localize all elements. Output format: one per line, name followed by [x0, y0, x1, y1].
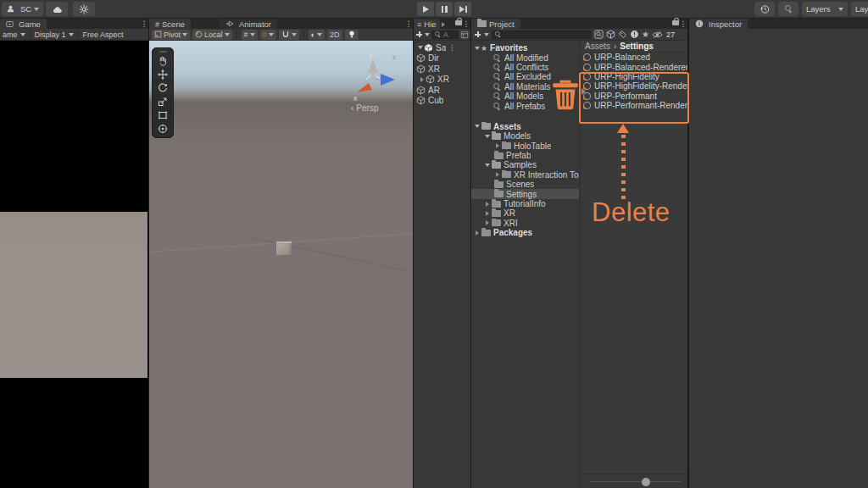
step-button[interactable] [454, 2, 471, 16]
game-menu-kebab-icon[interactable] [140, 19, 148, 29]
project-tree-item[interactable]: Assets [471, 122, 579, 131]
local-dropdown[interactable]: Local [192, 30, 232, 40]
expand-arrow-icon[interactable] [493, 171, 501, 179]
asset-file-row[interactable]: URP-Balanced [581, 53, 687, 62]
expand-arrow-icon[interactable] [493, 142, 501, 150]
project-tree-item[interactable]: XRI [471, 219, 579, 228]
game-view[interactable] [0, 41, 148, 488]
favorite-item[interactable]: All Modified [471, 53, 579, 62]
collapse-arrow-icon[interactable] [416, 44, 424, 52]
layout-label: Lay [855, 4, 868, 14]
collapse-arrow-icon[interactable] [473, 44, 481, 52]
project-tree-item[interactable]: Scenes [471, 180, 579, 189]
lighting-toggle[interactable] [345, 30, 359, 40]
label-tag-icon[interactable] [618, 30, 627, 39]
project-tree-item-selected[interactable]: Settings [471, 189, 579, 198]
display-dropdown[interactable]: Display 1 [35, 30, 66, 39]
scene-kebab-icon[interactable] [448, 43, 456, 52]
hierarchy-item[interactable]: Dir [414, 53, 470, 64]
add-icon[interactable] [415, 30, 423, 38]
grid-snapping-dropdown[interactable] [242, 30, 258, 40]
project-tree-item[interactable]: Models [471, 131, 579, 141]
project-tree-item[interactable]: XR Interaction Toolkit [471, 170, 579, 180]
slider-knob[interactable] [642, 478, 650, 486]
move-tool-button[interactable] [153, 68, 173, 81]
hidden-count-eye-icon[interactable] [652, 30, 663, 39]
scene-view[interactable]: y x z Persp [149, 41, 413, 488]
tab-hierarchy[interactable]: Hie [414, 19, 440, 29]
favorite-star-icon[interactable] [642, 30, 649, 39]
save-search-icon[interactable] [594, 30, 604, 39]
project-tree-item[interactable]: Samples [471, 160, 579, 169]
layout-dropdown[interactable]: Lay [851, 2, 868, 16]
x-axis-cone[interactable] [357, 83, 372, 92]
layers-dropdown[interactable]: Layers [802, 2, 848, 16]
rotate-tool-button[interactable] [153, 81, 173, 95]
increment-snap-dropdown[interactable] [260, 30, 276, 40]
settings-button[interactable] [73, 2, 95, 16]
asset-file-row[interactable]: URP-Balanced-Renderer [581, 62, 687, 71]
transform-tool-button[interactable] [153, 122, 173, 136]
z-axis-cone[interactable] [381, 74, 395, 86]
tab-inspector[interactable]: Inspector [689, 19, 748, 29]
pivot-dropdown[interactable]: Pivot [152, 30, 190, 40]
add-icon[interactable] [474, 30, 481, 38]
2d-toggle[interactable]: 2D [327, 30, 342, 40]
package-icon[interactable] [606, 30, 615, 39]
hierarchy-item[interactable]: XR [414, 64, 470, 75]
rect-tool-button[interactable] [153, 108, 173, 122]
collapse-arrow-icon[interactable] [483, 161, 491, 169]
collapse-arrow-icon[interactable] [483, 132, 491, 140]
tab-project[interactable]: Project [471, 19, 520, 29]
expand-arrow-icon[interactable] [483, 200, 491, 208]
project-tree-item[interactable]: Prefab [471, 151, 579, 160]
expand-arrow-icon[interactable] [418, 75, 426, 83]
favorites-header[interactable]: Favorites [471, 43, 579, 53]
scene-row[interactable]: Sa [414, 42, 470, 53]
scale-tool-button[interactable] [153, 95, 173, 108]
aspect-dropdown[interactable]: Free Aspect [83, 30, 124, 39]
project-menu-kebab-icon[interactable] [679, 19, 687, 29]
y-axis-cone[interactable] [368, 59, 378, 73]
project-tree-item[interactable]: XR [471, 208, 579, 218]
project-tree-item[interactable]: Packages [471, 228, 579, 237]
game-camera-dropdown[interactable]: ame [3, 30, 18, 39]
lock-icon[interactable] [455, 20, 462, 25]
dock-arrow-icon[interactable] [440, 20, 448, 28]
hand-tool-button[interactable] [153, 54, 173, 68]
slider-track[interactable] [589, 481, 681, 482]
tab-scene[interactable]: Scene [149, 19, 191, 29]
play-button[interactable] [417, 2, 434, 16]
scene-menu-kebab-icon[interactable] [404, 19, 413, 29]
project-tree-item[interactable]: TutorialInfo [471, 199, 579, 208]
undo-history-button[interactable] [754, 2, 775, 16]
tab-animator[interactable]: Animator [220, 19, 277, 29]
expand-arrow-icon[interactable] [483, 219, 491, 227]
expand-arrow-icon[interactable] [483, 209, 491, 217]
scene-cube-object[interactable] [276, 241, 292, 255]
cloud-services-button[interactable] [46, 2, 68, 16]
expand-arrow-icon[interactable] [473, 229, 481, 236]
account-dropdown[interactable]: SC [2, 2, 43, 16]
hierarchy-item[interactable]: AR [414, 85, 470, 96]
breadcrumb-root[interactable]: Assets [585, 42, 610, 51]
draw-mode-dropdown[interactable] [309, 30, 325, 40]
project-search-input[interactable] [492, 30, 592, 39]
hierarchy-item[interactable]: Cub [414, 96, 470, 107]
console-warning-icon[interactable] [630, 30, 639, 39]
hierarchy-search-input[interactable]: A [431, 30, 459, 39]
orientation-gizmo[interactable]: y x z [346, 47, 400, 102]
search-by-type-icon[interactable] [460, 30, 469, 39]
hierarchy-item[interactable]: XR [414, 75, 470, 86]
hierarchy-menu-kebab-icon[interactable] [462, 19, 470, 29]
tab-game[interactable]: Game [0, 19, 47, 29]
collapse-arrow-icon[interactable] [473, 123, 481, 130]
snap-toggle-dropdown[interactable] [279, 30, 299, 40]
lock-icon[interactable] [672, 20, 679, 25]
favorite-item[interactable]: All Conflicts [471, 63, 579, 72]
search-button[interactable] [778, 2, 798, 16]
project-tree-item[interactable]: HoloTable [471, 141, 579, 151]
perspective-toggle[interactable]: Persp [351, 103, 378, 113]
pause-button[interactable] [436, 2, 453, 16]
overlay-drag-handle[interactable] [153, 48, 173, 54]
